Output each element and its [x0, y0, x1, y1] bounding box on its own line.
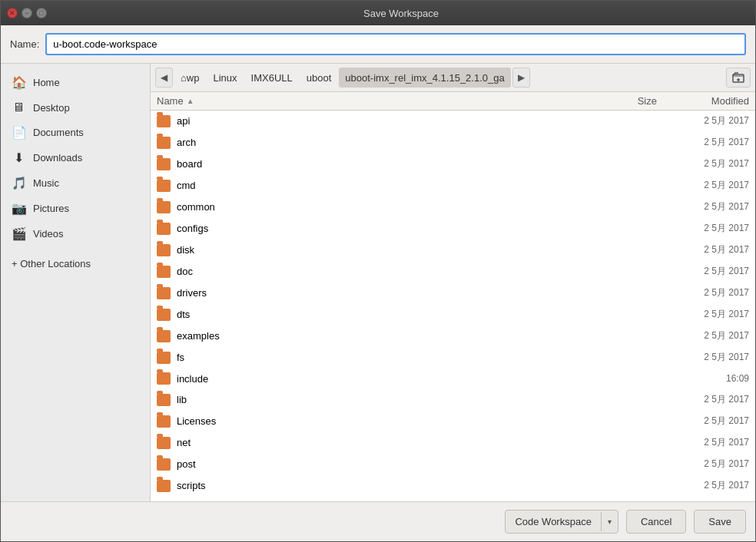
file-panel: ◀ ⌂wp Linux IMX6ULL uboot uboot-imx_rel_… — [151, 64, 755, 501]
sidebar-label-desktop: Desktop — [33, 102, 70, 114]
new-folder-button[interactable] — [726, 68, 751, 88]
file-name-label: lib — [177, 394, 187, 405]
table-row[interactable]: doc 2 5月 2017 — [151, 261, 755, 283]
folder-icon — [157, 137, 171, 149]
cancel-button[interactable]: Cancel — [626, 510, 686, 534]
file-name-cell: arch — [157, 137, 595, 149]
column-modified[interactable]: Modified — [657, 95, 749, 107]
table-row[interactable]: examples 2 5月 2017 — [151, 326, 755, 347]
breadcrumb-wp[interactable]: ⌂wp — [174, 68, 205, 88]
file-modified-cell: 2 5月 2017 — [657, 179, 749, 192]
sidebar-label-videos: Videos — [33, 228, 64, 240]
file-list-header: Name ▲ Size Modified — [151, 92, 755, 111]
sidebar-item-videos[interactable]: 🎬 Videos — [1, 221, 150, 246]
table-row[interactable]: scripts 2 5月 2017 — [151, 475, 755, 497]
folder-icon — [157, 372, 171, 385]
documents-icon: 📄 — [12, 125, 25, 140]
file-name-cell: examples — [157, 330, 595, 342]
save-button[interactable]: Save — [694, 510, 746, 534]
table-row[interactable]: api 2 5月 2017 — [151, 111, 755, 132]
table-row[interactable]: arch 2 5月 2017 — [151, 132, 755, 154]
file-modified-cell: 2 5月 2017 — [657, 222, 749, 235]
file-name-label: fs — [177, 352, 184, 363]
file-name-cell: cmd — [157, 180, 595, 192]
file-name-label: dts — [177, 309, 190, 320]
sidebar-other-locations[interactable]: + Other Locations — [1, 253, 150, 275]
table-row[interactable]: common 2 5月 2017 — [151, 197, 755, 218]
breadcrumb-forward-button[interactable]: ▶ — [512, 68, 530, 88]
folder-icon — [157, 309, 171, 321]
file-modified-cell: 2 5月 2017 — [657, 265, 749, 278]
table-row[interactable]: lib 2 5月 2017 — [151, 389, 755, 411]
table-row[interactable]: net 2 5月 2017 — [151, 432, 755, 454]
file-name-cell: Licenses — [157, 415, 595, 428]
file-name-cell: doc — [157, 266, 595, 278]
column-name[interactable]: Name ▲ — [157, 95, 595, 107]
table-row[interactable]: post 2 5月 2017 — [151, 454, 755, 475]
table-row[interactable]: configs 2 5月 2017 — [151, 218, 755, 240]
folder-icon — [157, 223, 171, 235]
table-row[interactable]: Licenses 2 5月 2017 — [151, 411, 755, 432]
sidebar-item-documents[interactable]: 📄 Documents — [1, 120, 150, 145]
music-icon: 🎵 — [12, 176, 25, 190]
file-name-cell: board — [157, 158, 595, 170]
file-type-dropdown[interactable]: Code Workspace ▾ — [505, 510, 618, 534]
column-size[interactable]: Size — [595, 95, 657, 107]
table-row[interactable]: drivers 2 5月 2017 — [151, 283, 755, 304]
file-name-label: api — [177, 115, 190, 127]
folder-icon — [157, 458, 171, 471]
sidebar-item-downloads[interactable]: ⬇ Downloads — [1, 145, 150, 170]
table-row[interactable]: include 16:09 — [151, 368, 755, 389]
dropdown-arrow-icon: ▾ — [601, 512, 618, 531]
table-row[interactable]: board 2 5月 2017 — [151, 154, 755, 175]
sidebar-item-desktop[interactable]: 🖥 Desktop — [1, 95, 150, 120]
sidebar-label-downloads: Downloads — [33, 152, 82, 164]
sidebar-item-home[interactable]: 🏠 Home — [1, 70, 150, 95]
filename-input[interactable] — [45, 33, 746, 55]
folder-icon — [157, 352, 171, 364]
minimize-button[interactable]: − — [22, 8, 32, 18]
dropdown-label: Code Workspace — [506, 511, 600, 533]
folder-icon — [157, 394, 171, 406]
file-name-label: drivers — [177, 287, 207, 299]
table-row[interactable]: fs 2 5月 2017 — [151, 347, 755, 368]
main-content: 🏠 Home 🖥 Desktop 📄 Documents ⬇ Downloads… — [1, 64, 755, 501]
window-title: Save Workspace — [53, 8, 749, 19]
file-name-label: arch — [177, 137, 196, 148]
file-name-cell: scripts — [157, 480, 595, 492]
table-row[interactable]: dts 2 5月 2017 — [151, 304, 755, 326]
breadcrumb-linux[interactable]: Linux — [207, 68, 243, 88]
sidebar-label-home: Home — [33, 77, 60, 88]
sidebar-item-music[interactable]: 🎵 Music — [1, 170, 150, 196]
table-row[interactable]: disk 2 5月 2017 — [151, 240, 755, 261]
sidebar-divider — [1, 246, 150, 253]
close-button[interactable]: ✕ — [7, 8, 18, 18]
file-modified-cell: 2 5月 2017 — [657, 243, 749, 256]
file-name-cell: include — [157, 372, 595, 385]
table-row[interactable]: cmd 2 5月 2017 — [151, 175, 755, 197]
videos-icon: 🎬 — [12, 226, 25, 241]
downloads-icon: ⬇ — [12, 150, 25, 165]
breadcrumb-imx6ull[interactable]: IMX6ULL — [245, 68, 299, 88]
maximize-button[interactable]: □ — [36, 8, 47, 18]
file-name-label: Licenses — [177, 415, 216, 427]
sidebar-item-pictures[interactable]: 📷 Pictures — [1, 196, 150, 221]
pictures-icon: 📷 — [12, 201, 25, 216]
file-modified-cell: 2 5月 2017 — [657, 458, 749, 471]
breadcrumb-uboot[interactable]: uboot — [300, 68, 338, 88]
breadcrumb-back-button[interactable]: ◀ — [155, 68, 173, 88]
folder-icon — [157, 415, 171, 428]
folder-icon — [157, 115, 171, 127]
window-controls: ✕ − □ — [7, 8, 47, 18]
file-modified-cell: 2 5月 2017 — [657, 415, 749, 428]
breadcrumb-bar: ◀ ⌂wp Linux IMX6ULL uboot uboot-imx_rel_… — [151, 64, 755, 92]
file-modified-cell: 2 5月 2017 — [657, 200, 749, 213]
file-modified-cell: 2 5月 2017 — [657, 308, 749, 321]
breadcrumb-uboot-folder[interactable]: uboot-imx_rel_imx_4.1.15_2.1.0_ga — [339, 68, 510, 88]
save-workspace-dialog: ✕ − □ Save Workspace Name: 🏠 Home 🖥 Desk… — [0, 0, 756, 542]
file-name-label: include — [177, 373, 208, 385]
folder-icon — [157, 287, 171, 299]
file-modified-cell: 2 5月 2017 — [657, 351, 749, 364]
bottom-bar: Code Workspace ▾ Cancel Save — [1, 501, 755, 541]
other-locations-label: + Other Locations — [12, 258, 91, 269]
